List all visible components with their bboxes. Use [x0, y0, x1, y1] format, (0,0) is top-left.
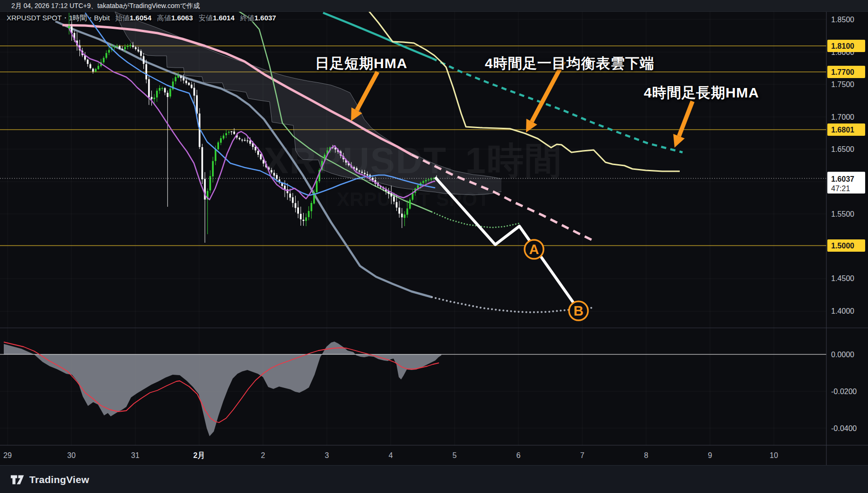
level-badge-text-1.8100[interactable]: 1.8100 [831, 42, 854, 50]
snapshot-date-bar: 2月 04, 2026 17:12 UTC+9、takatabaがTrading… [0, 0, 868, 12]
ohlc-value: 1.6037 [254, 14, 276, 22]
marker-A[interactable]: A [525, 240, 544, 259]
time-tick-29[interactable]: 29 [3, 451, 12, 459]
time-tick-5[interactable]: 5 [453, 451, 457, 459]
price-tick-1.4500[interactable]: 1.4500 [831, 274, 854, 282]
time-tick-4[interactable]: 4 [389, 451, 393, 459]
time-tick-2[interactable]: 2 [261, 451, 265, 459]
ohlc-label: 安値 [199, 14, 213, 22]
tradingview-logo-icon [10, 474, 25, 486]
annotation-daily-short-hma: 日足短期HMA [315, 54, 407, 73]
price-tick-1.6500[interactable]: 1.6500 [831, 145, 854, 153]
level-badge-text-1.5000[interactable]: 1.5000 [831, 242, 854, 250]
time-tick-2月[interactable]: 2月 [193, 451, 205, 459]
indicator-tick--0.0400[interactable]: -0.0400 [831, 424, 857, 432]
symbol-legend[interactable]: XRPUSDT SPOT・1時間・Bybit始値1.6054高値1.6063安値… [7, 14, 276, 23]
price-tick-1.7500[interactable]: 1.7500 [831, 80, 854, 88]
tradingview-brand-text: TradingView [29, 474, 89, 485]
ohlc-value: 1.6063 [171, 14, 193, 22]
price-tick-1.4000[interactable]: 1.4000 [831, 307, 854, 315]
time-tick-8[interactable]: 8 [644, 451, 649, 459]
ohlc-value: 1.6054 [130, 14, 151, 22]
svg-text:A: A [529, 242, 539, 257]
green-ma-projection[interactable] [432, 212, 519, 228]
arrow-shaft-0[interactable] [357, 72, 377, 110]
main-panel [0, 1, 826, 312]
ohlc-label: 高値 [157, 14, 171, 22]
ohlc-label: 終値 [240, 14, 254, 22]
candles [68, 13, 438, 243]
time-tick-6[interactable]: 6 [517, 451, 521, 459]
indicator-tick--0.0200[interactable]: -0.0200 [831, 387, 857, 396]
annotation-h4-long-hma: 4時間足長期HMA [644, 83, 759, 103]
time-tick-30[interactable]: 30 [67, 451, 76, 459]
marker-B[interactable]: B [569, 301, 588, 320]
time-tick-3[interactable]: 3 [325, 451, 329, 459]
countdown-text[interactable]: 47:21 [831, 185, 850, 193]
level-badge-text-1.6801[interactable]: 1.6801 [831, 126, 854, 134]
time-tick-31[interactable]: 31 [131, 451, 140, 459]
footer-bar: TradingView [0, 465, 868, 493]
last-price-text[interactable]: 1.6037 [831, 175, 854, 183]
tradingview-snapshot: 2月 04, 2026 17:12 UTC+9、takatabaがTrading… [0, 0, 868, 493]
ohlc-label: 始値 [115, 14, 130, 22]
annotation-h4-ichimoku-cloud-bottom: 4時間足一目均衡表雲下端 [485, 54, 655, 73]
time-tick-9[interactable]: 9 [708, 451, 712, 459]
svg-text:B: B [574, 303, 584, 318]
indicator-tick-0.0000[interactable]: 0.0000 [831, 351, 854, 359]
symbol-title[interactable]: XRPUSDT SPOT・1時間・Bybit [7, 14, 110, 22]
time-tick-10[interactable]: 10 [770, 451, 778, 459]
level-badge-text-1.7700[interactable]: 1.7700 [831, 68, 854, 76]
price-tick-1.8500[interactable]: 1.8500 [831, 16, 854, 24]
indicator-panel [0, 342, 826, 436]
price-tick-1.5500[interactable]: 1.5500 [831, 210, 854, 218]
price-tick-1.7000[interactable]: 1.7000 [831, 113, 854, 121]
time-tick-7[interactable]: 7 [580, 451, 585, 459]
ichimoku-cloud [115, 12, 501, 195]
snapshot-date-text: 2月 04, 2026 17:12 UTC+9、takatabaがTrading… [11, 2, 200, 9]
h4-ichimoku-cloud-bottom[interactable] [360, 1, 680, 171]
chart-canvas[interactable]: AB1.85001.80001.75001.70001.65001.55001.… [0, 0, 868, 493]
ohlc-value: 1.6014 [213, 14, 235, 22]
tradingview-brand[interactable]: TradingView [10, 474, 89, 486]
daily-short-hma-pink-projection[interactable] [412, 155, 595, 241]
arrow-shaft-2[interactable] [679, 101, 693, 136]
drawings: AB [351, 62, 693, 320]
